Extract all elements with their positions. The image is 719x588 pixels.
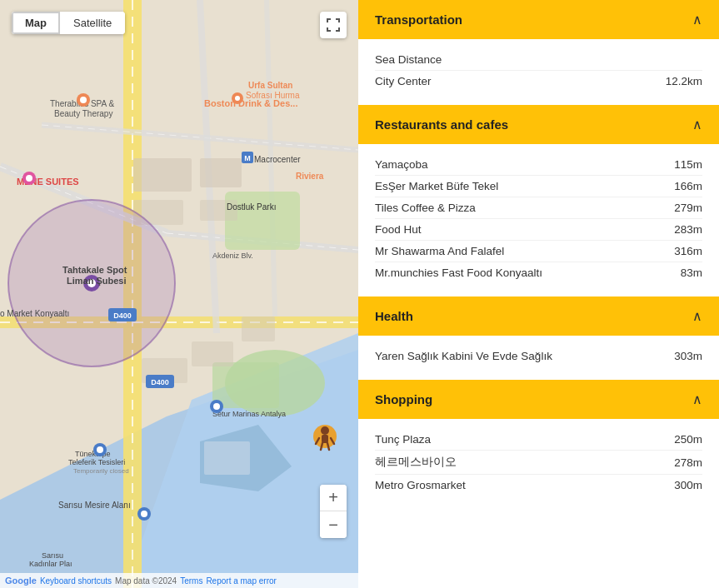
- map-data-text: Map data ©2024: [115, 576, 177, 586]
- svg-text:Beauty Therapy: Beauty Therapy: [54, 109, 112, 118]
- poi-row-restaurants-2: Tiles Coffee & Pizza279m: [375, 197, 702, 219]
- poi-name-restaurants-2: Tiles Coffee & Pizza: [375, 202, 476, 214]
- svg-text:Urfa Sultan: Urfa Sultan: [248, 81, 292, 90]
- zoom-out-button[interactable]: −: [320, 511, 347, 538]
- section-body-transportation: Sea DistanceCity Center12.2km: [358, 39, 719, 105]
- zoom-in-button[interactable]: +: [320, 485, 347, 511]
- section-body-shopping: Tunç Plaza250m헤르메스바이오278mMetro Grosmarke…: [358, 419, 719, 509]
- poi-row-transportation-0: Sea Distance: [375, 49, 702, 71]
- poi-row-shopping-0: Tunç Plaza250m: [375, 429, 702, 451]
- svg-point-73: [26, 175, 32, 182]
- poi-name-health-0: Yaren Sağlık Kabini Ve Evde Sağlık: [375, 350, 552, 362]
- svg-point-56: [80, 97, 87, 103]
- svg-text:Sarısu: Sarısu: [42, 551, 63, 560]
- section-restaurants: Restaurants and cafes∧Yamaçoba115mEsŞer …: [358, 105, 719, 296]
- terms-link[interactable]: Terms: [180, 576, 202, 586]
- svg-rect-67: [322, 435, 328, 443]
- poi-distance-transportation-1: 12.2km: [666, 75, 702, 87]
- section-title-shopping: Shopping: [375, 392, 432, 406]
- section-header-shopping[interactable]: Shopping∧: [358, 380, 719, 419]
- poi-distance-shopping-2: 300m: [674, 479, 702, 491]
- poi-name-transportation-1: City Center: [375, 75, 432, 87]
- poi-row-restaurants-5: Mr.munchies Fast Food Konyaaltı83m: [375, 262, 702, 283]
- poi-distance-restaurants-3: 283m: [674, 223, 702, 236]
- poi-distance-shopping-0: 250m: [674, 433, 702, 446]
- map-footer: Google Keyboard shortcuts Map data ©2024…: [0, 573, 358, 588]
- chevron-up-icon-restaurants: ∧: [692, 117, 702, 132]
- expand-map-button[interactable]: [320, 12, 347, 38]
- svg-rect-26: [204, 441, 250, 475]
- section-body-health: Yaren Sağlık Kabini Ve Evde Sağlık303m: [358, 336, 719, 380]
- svg-text:Akdeniz Blv.: Akdeniz Blv.: [212, 252, 253, 260]
- svg-text:Dostluk Parkı: Dostluk Parkı: [227, 202, 276, 212]
- poi-name-shopping-0: Tunç Plaza: [375, 433, 431, 446]
- section-shopping: Shopping∧Tunç Plaza250m헤르메스바이오278mMetro …: [358, 380, 719, 509]
- report-link[interactable]: Report a map error: [206, 576, 276, 586]
- svg-text:Tahtakale Spot: Tahtakale Spot: [62, 265, 127, 275]
- svg-text:Setur Marinas Antalya: Setur Marinas Antalya: [212, 410, 286, 418]
- satellite-view-button[interactable]: Satellite: [60, 12, 125, 34]
- poi-distance-restaurants-0: 115m: [674, 158, 702, 171]
- svg-rect-4: [212, 362, 279, 408]
- poi-name-restaurants-5: Mr.munchies Fast Food Konyaaltı: [375, 267, 542, 279]
- svg-point-75: [213, 403, 220, 410]
- section-health: Health∧Yaren Sağlık Kabini Ve Evde Sağlı…: [358, 296, 719, 380]
- svg-text:Sofrası Hurma: Sofrası Hurma: [246, 91, 300, 100]
- poi-row-restaurants-1: EsŞer Market Büfe Tekel166m: [375, 176, 702, 197]
- section-title-restaurants: Restaurants and cafes: [375, 117, 508, 132]
- section-header-transportation[interactable]: Transportation∧: [358, 0, 719, 39]
- svg-rect-23: [192, 341, 233, 366]
- poi-distance-restaurants-1: 166m: [674, 180, 702, 192]
- section-header-restaurants[interactable]: Restaurants and cafes∧: [358, 105, 719, 144]
- svg-text:D400: D400: [151, 378, 169, 386]
- svg-text:Kadınlar Plaı: Kadınlar Plaı: [29, 560, 72, 568]
- svg-point-62: [97, 446, 103, 453]
- section-transportation: Transportation∧Sea DistanceCity Center12…: [358, 0, 719, 105]
- section-title-transportation: Transportation: [375, 12, 462, 27]
- svg-text:Sarısu Mesire Alanı: Sarısu Mesire Alanı: [58, 501, 131, 510]
- info-panel: Transportation∧Sea DistanceCity Center12…: [358, 0, 719, 588]
- svg-text:o Market Konyaaltı: o Market Konyaaltı: [0, 309, 69, 318]
- poi-distance-restaurants-2: 279m: [674, 202, 702, 214]
- svg-point-60: [235, 96, 240, 101]
- svg-point-66: [321, 426, 329, 435]
- poi-row-transportation-1: City Center12.2km: [375, 71, 702, 92]
- poi-name-restaurants-4: Mr Shawarma And Falafel: [375, 245, 504, 257]
- section-title-health: Health: [375, 309, 413, 323]
- poi-row-restaurants-0: Yamaçoba115m: [375, 154, 702, 176]
- poi-name-shopping-2: Metro Grosmarket: [375, 479, 466, 491]
- svg-rect-24: [242, 316, 275, 341]
- google-logo: Google: [5, 576, 37, 586]
- map-container: D400 D400 Therabliss SPA & Beauty Therap…: [0, 0, 358, 588]
- poi-distance-shopping-1: 278m: [674, 456, 702, 469]
- chevron-up-icon-health: ∧: [692, 308, 702, 324]
- poi-row-restaurants-4: Mr Shawarma And Falafel316m: [375, 241, 702, 262]
- svg-text:Liman Şubesi: Liman Şubesi: [67, 276, 127, 286]
- poi-distance-restaurants-4: 316m: [674, 245, 702, 257]
- svg-text:Macrocenter: Macrocenter: [254, 155, 301, 164]
- chevron-up-icon-shopping: ∧: [692, 391, 702, 407]
- zoom-controls: + −: [320, 485, 347, 538]
- svg-text:M: M: [244, 154, 251, 162]
- poi-name-restaurants-3: Food Hut: [375, 223, 422, 236]
- poi-row-restaurants-3: Food Hut283m: [375, 219, 702, 241]
- svg-text:D400: D400: [113, 311, 132, 320]
- map-view-button[interactable]: Map: [12, 12, 60, 34]
- poi-name-restaurants-0: Yamaçoba: [375, 158, 428, 171]
- section-body-restaurants: Yamaçoba115mEsŞer Market Büfe Tekel166mT…: [358, 144, 719, 296]
- chevron-up-icon-transportation: ∧: [692, 12, 702, 27]
- svg-text:Teleferik Tesisleri: Teleferik Tesisleri: [68, 458, 125, 466]
- poi-name-shopping-1: 헤르메스바이오: [375, 455, 457, 470]
- svg-rect-19: [200, 158, 242, 187]
- poi-name-restaurants-1: EsŞer Market Büfe Tekel: [375, 180, 498, 192]
- svg-point-64: [141, 511, 147, 517]
- svg-text:Temporarily closed: Temporarily closed: [73, 467, 129, 475]
- poi-row-shopping-2: Metro Grosmarket300m: [375, 475, 702, 496]
- poi-name-transportation-0: Sea Distance: [375, 53, 442, 66]
- keyboard-shortcuts-link[interactable]: Keyboard shortcuts: [40, 576, 112, 586]
- poi-distance-restaurants-5: 83m: [681, 267, 702, 279]
- svg-text:Riviera: Riviera: [296, 172, 324, 181]
- map-type-toggle[interactable]: Map Satellite: [12, 12, 125, 34]
- poi-distance-health-0: 303m: [674, 350, 702, 362]
- section-header-health[interactable]: Health∧: [358, 296, 719, 336]
